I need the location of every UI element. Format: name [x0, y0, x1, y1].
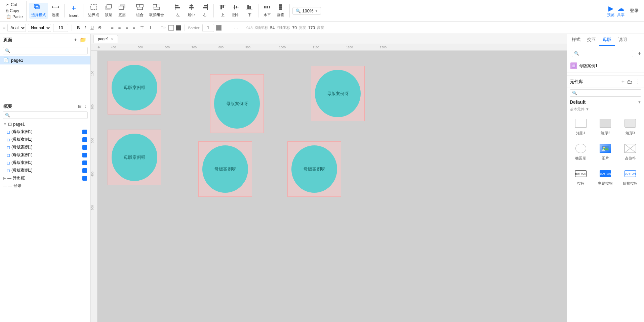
- comp-item-btn3[interactable]: BUTTON 链接按钮: [619, 166, 641, 188]
- bottom-layer-button[interactable]: 底层: [116, 3, 128, 19]
- insert-label: Insert: [69, 13, 79, 17]
- font-size-input[interactable]: [53, 24, 68, 32]
- pages-search-input[interactable]: [11, 48, 85, 53]
- outline-add-button[interactable]: ⊞: [77, 103, 82, 109]
- comp-item-placeholder[interactable]: 占位符: [619, 140, 641, 163]
- canvas-page[interactable]: 母版案例呀 母版案例呀 母版案例呀 母版案例呀 母版案例呀: [97, 51, 567, 322]
- comp-item-rect3[interactable]: 矩形3: [619, 115, 641, 138]
- page-item-page1[interactable]: 📄 page1: [0, 56, 90, 64]
- align-text-top-button[interactable]: ⊤: [139, 25, 145, 31]
- folder-page-button[interactable]: 📁: [79, 36, 87, 44]
- outline-master5[interactable]: ◻ (母版案例1): [1, 159, 89, 167]
- distribute-h-button[interactable]: 水平: [261, 3, 273, 19]
- align-text-justify-button[interactable]: ≡: [131, 25, 137, 31]
- font-family-select[interactable]: Arial: [7, 24, 26, 32]
- align-text-right-button[interactable]: ≡: [124, 25, 129, 31]
- master-instance-3[interactable]: 母版案例呀: [311, 66, 365, 121]
- tab-interact[interactable]: 交互: [584, 34, 599, 46]
- outline-page1[interactable]: ▼ ◻ page1: [1, 120, 89, 128]
- group-button[interactable]: 组合: [134, 3, 146, 19]
- master-instance-6[interactable]: 母版案例呀: [287, 141, 341, 197]
- ungroup-button[interactable]: 取消组合: [147, 3, 166, 19]
- comp-select-icon: ▼: [638, 100, 641, 104]
- border-style-btn2[interactable]: - -: [233, 25, 239, 31]
- master-icon: ◻: [7, 130, 10, 134]
- comp-lib-header: 元件库 + 🗁 ⋮: [567, 76, 644, 88]
- fill-color-box[interactable]: [168, 25, 174, 31]
- align-text-left-button[interactable]: ≡: [110, 25, 115, 31]
- tab-master[interactable]: 母版: [599, 34, 615, 46]
- outline-master6[interactable]: ◻ (母版案例1): [1, 167, 89, 174]
- outline-master2[interactable]: ◻ (母版案例1): [1, 136, 89, 143]
- border-style-btn1[interactable]: —: [224, 25, 231, 31]
- master-instance-4[interactable]: 母版案例呀: [108, 130, 161, 185]
- btn1-shape: BUTTON: [575, 170, 587, 177]
- login-button[interactable]: 登录: [627, 6, 641, 15]
- outline-master1[interactable]: ◻ (母版案例1): [1, 128, 89, 136]
- canvas-tab-page1[interactable]: page1 ✕: [93, 35, 118, 43]
- comp-item-btn2[interactable]: BUTTON 主题按钮: [595, 166, 617, 188]
- copy-button[interactable]: ⎘ Copy: [5, 8, 24, 13]
- distribute-v-button[interactable]: 垂直: [275, 3, 287, 19]
- strikethrough-button[interactable]: S: [97, 25, 103, 31]
- align-text-center-button[interactable]: ≡: [117, 25, 122, 31]
- comp-name-btn3: 链接按钮: [623, 181, 638, 186]
- outline-login-group[interactable]: — — 登录: [1, 182, 89, 190]
- outline-master4[interactable]: ◻ (母版案例1): [1, 151, 89, 159]
- preview-button[interactable]: ▶ 预览: [607, 4, 614, 17]
- align-top-button[interactable]: 上: [216, 3, 229, 19]
- align-left-label: 左: [176, 12, 180, 17]
- cut-button[interactable]: ✂ Cut: [5, 2, 24, 7]
- align-bottom-button[interactable]: 下: [243, 3, 255, 19]
- comp-item-rect2[interactable]: 矩形2: [595, 115, 617, 138]
- align-right-button[interactable]: 右: [199, 3, 211, 19]
- connect-button[interactable]: 连接: [49, 3, 62, 19]
- master-instance-2[interactable]: 母版案例呀: [210, 74, 264, 133]
- ruler-500: 500: [138, 46, 143, 49]
- comp-more-button[interactable]: ⋮: [635, 78, 641, 86]
- align-center-button[interactable]: 居中: [185, 3, 197, 19]
- outline-popup-group[interactable]: ▶ — 弹出框: [1, 174, 89, 182]
- comp-import-button[interactable]: 🗁: [627, 78, 633, 86]
- align-text-vcenter-button[interactable]: ⊥: [147, 25, 154, 31]
- font-style-select[interactable]: Normal: [28, 24, 51, 32]
- tab-notes[interactable]: 说明: [615, 34, 630, 46]
- outline-master3[interactable]: ◻ (母版案例1): [1, 143, 89, 151]
- border-point-button[interactable]: 边界点: [86, 3, 101, 19]
- comp-item-image[interactable]: 图片: [595, 140, 617, 163]
- bold-button[interactable]: B: [75, 25, 81, 31]
- outline-search-input[interactable]: [11, 113, 85, 118]
- outline-sort-button[interactable]: ↕: [84, 103, 87, 109]
- align-left-button[interactable]: 左: [172, 3, 184, 19]
- comp-category[interactable]: 基本元件 ▼: [567, 106, 644, 112]
- insert-button[interactable]: + Insert: [67, 3, 81, 19]
- share-button[interactable]: ☁ 共享: [617, 4, 625, 17]
- zoom-control[interactable]: 🔍 100% ▼: [292, 7, 321, 15]
- ruler-origin: ⊕: [97, 46, 100, 49]
- tab-style[interactable]: 样式: [568, 34, 584, 46]
- master-add-button[interactable]: +: [637, 50, 642, 57]
- tab-close-icon[interactable]: ✕: [111, 37, 114, 41]
- fill-opacity-box[interactable]: [176, 25, 181, 31]
- master-instance-1[interactable]: 母版案例呀: [108, 61, 161, 114]
- align-right-label: 右: [203, 12, 207, 17]
- paste-button[interactable]: 📋 Paste: [5, 14, 24, 19]
- align-middle-button[interactable]: 图中: [230, 3, 242, 19]
- border-color-box[interactable]: [216, 25, 222, 31]
- comp-search-input[interactable]: [578, 91, 639, 95]
- select-mode-button[interactable]: 选择模式: [29, 3, 48, 19]
- italic-button[interactable]: I: [83, 25, 87, 31]
- comp-add-button[interactable]: +: [621, 78, 625, 86]
- master-item-1[interactable]: 母版案例1: [567, 60, 644, 71]
- top-layer-button[interactable]: 顶层: [103, 3, 115, 19]
- prop-divider4: [185, 25, 185, 31]
- master-circle-2: 母版案例呀: [214, 79, 260, 129]
- comp-item-ellipse[interactable]: 椭圆形: [570, 140, 592, 163]
- master-search-input[interactable]: [580, 51, 631, 56]
- underline-button[interactable]: U: [89, 25, 95, 31]
- add-page-button[interactable]: +: [73, 36, 78, 44]
- comp-item-btn1[interactable]: BUTTON 按钮: [570, 166, 592, 188]
- border-value-input[interactable]: [202, 24, 214, 32]
- master-instance-5[interactable]: 母版案例呀: [198, 141, 252, 197]
- comp-item-rect1[interactable]: 矩形1: [570, 115, 592, 138]
